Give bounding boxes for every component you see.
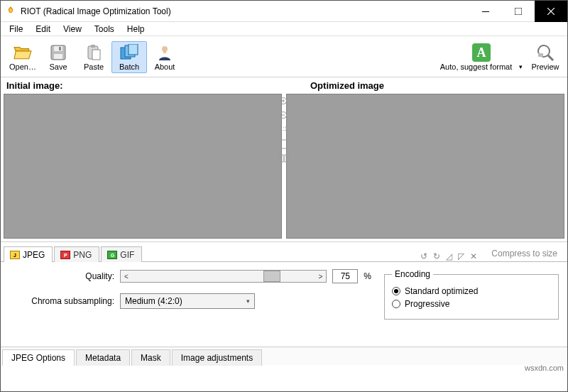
tab-image-adjustments[interactable]: Image adjustments — [172, 349, 262, 366]
slider-right-arrow-icon[interactable]: > — [315, 273, 326, 281]
open-button[interactable]: Open… — [5, 42, 40, 72]
zoom-1to1-icon[interactable]: 1:1 — [279, 125, 289, 135]
svg-point-14 — [162, 46, 168, 52]
flip-v-icon[interactable]: ◸ — [458, 251, 464, 261]
image-action-icons: ↺ ↻ ◿ ◸ ✕ — [420, 251, 484, 261]
batch-label: Batch — [119, 62, 139, 71]
slider-left-arrow-icon[interactable]: < — [121, 273, 132, 281]
fit-window-icon[interactable] — [279, 139, 289, 149]
encoding-group: Encoding Standard optimized Progressive — [384, 269, 559, 320]
quality-slider[interactable]: < > — [120, 270, 327, 283]
initial-image-header: Initial image: — [4, 79, 261, 92]
floppy-icon — [48, 43, 68, 62]
bottom-tabs: JPEG Options Metadata Mask Image adjustm… — [1, 347, 567, 365]
options-area: Quality: < > % Chroma subsampling: Mediu… — [1, 261, 567, 347]
menu-file[interactable]: File — [4, 23, 28, 36]
tab-png-label: PNG — [73, 250, 92, 260]
close-button[interactable] — [535, 1, 567, 22]
quality-label: Quality: — [8, 271, 114, 281]
svg-line-19 — [548, 55, 553, 60]
svg-rect-5 — [54, 46, 62, 51]
preview-button[interactable]: Preview — [528, 42, 563, 72]
save-button[interactable]: Save — [40, 42, 76, 72]
menu-help[interactable]: Help — [121, 23, 151, 36]
toolbar: Open… Save Paste Batch About A Auto, s — [1, 36, 567, 77]
optimized-image-header: Optimized image — [261, 79, 564, 92]
radio-off-icon — [392, 300, 400, 308]
save-label: Save — [49, 62, 67, 71]
rotate-right-icon[interactable]: ↻ — [433, 251, 440, 261]
format-tabs-row: J JPEG P PNG G GIF ↺ ↻ ◿ ◸ ✕ Compress to… — [1, 241, 567, 261]
svg-rect-20 — [538, 53, 543, 57]
menu-view[interactable]: View — [58, 23, 87, 36]
crop-icon[interactable]: ✕ — [470, 251, 477, 261]
clipboard-icon — [84, 43, 104, 62]
preview-label: Preview — [531, 62, 559, 71]
encoding-progressive-label: Progressive — [405, 299, 449, 309]
tab-jpeg-options[interactable]: JPEG Options — [2, 349, 75, 366]
tab-png[interactable]: P PNG — [54, 246, 99, 262]
svg-rect-10 — [92, 50, 100, 60]
svg-rect-9 — [91, 45, 95, 48]
magnifier-icon — [535, 43, 555, 62]
about-label: About — [155, 62, 175, 71]
svg-rect-7 — [59, 47, 61, 50]
svg-text:A: A — [477, 45, 486, 60]
chroma-value: Medium (4:2:0) — [125, 296, 182, 306]
minimize-button[interactable] — [469, 1, 502, 22]
svg-rect-29 — [280, 155, 283, 162]
encoding-legend: Encoding — [392, 269, 433, 279]
folder-open-icon — [13, 43, 33, 62]
dual-view-icon[interactable] — [279, 153, 289, 163]
svg-rect-13 — [129, 44, 138, 55]
about-button[interactable]: About — [147, 42, 182, 72]
tab-gif-label: GIF — [120, 250, 134, 260]
maximize-button[interactable] — [502, 1, 535, 22]
quality-value-input[interactable] — [332, 269, 358, 283]
batch-icon — [119, 43, 139, 62]
svg-rect-15 — [163, 51, 166, 53]
svg-rect-1 — [515, 8, 522, 15]
chroma-label: Chroma subsampling: — [8, 296, 114, 306]
watermark-text: wsxdn.com — [525, 364, 564, 372]
initial-image-panel[interactable] — [4, 94, 282, 239]
encoding-standard-radio[interactable]: Standard optimized — [392, 286, 551, 296]
auto-suggest-format-button[interactable]: A Auto, suggest format ▾ — [435, 42, 528, 72]
radio-on-icon — [392, 287, 400, 295]
tab-gif[interactable]: G GIF — [101, 246, 142, 262]
flip-h-icon[interactable]: ◿ — [446, 251, 452, 261]
svg-rect-0 — [482, 11, 489, 12]
menu-edit[interactable]: Edit — [30, 23, 56, 36]
jpeg-badge-icon: J — [10, 251, 20, 259]
person-icon — [155, 43, 175, 62]
tab-jpeg-label: JPEG — [23, 250, 45, 260]
chevron-down-icon[interactable]: ▾ — [516, 63, 523, 70]
percent-label: % — [364, 271, 371, 281]
compress-to-size-link[interactable]: Compress to size — [484, 246, 564, 261]
svg-rect-6 — [54, 54, 62, 59]
paste-label: Paste — [84, 62, 104, 71]
panel-side-tools: 1:1 — [278, 97, 290, 163]
optimized-image-panel[interactable] — [286, 94, 564, 239]
app-icon — [5, 6, 16, 17]
gif-badge-icon: G — [107, 251, 117, 259]
open-label: Open… — [9, 62, 36, 71]
rotate-left-icon[interactable]: ↺ — [420, 251, 427, 261]
menu-tools[interactable]: Tools — [89, 23, 120, 36]
window-title: RIOT (Radical Image Optimization Tool) — [21, 6, 469, 16]
titlebar: RIOT (Radical Image Optimization Tool) — [1, 1, 567, 22]
svg-rect-30 — [285, 155, 288, 162]
zoom-in-icon[interactable] — [279, 97, 289, 107]
auto-label: Auto, suggest format — [440, 62, 513, 71]
chroma-subsampling-select[interactable]: Medium (4:2:0) ▾ — [120, 293, 255, 309]
chevron-down-icon: ▾ — [246, 298, 250, 305]
zoom-out-icon[interactable] — [279, 111, 289, 121]
menubar: File Edit View Tools Help — [1, 22, 567, 36]
paste-button[interactable]: Paste — [76, 42, 111, 72]
tab-jpeg[interactable]: J JPEG — [4, 246, 53, 262]
tab-mask[interactable]: Mask — [131, 349, 170, 366]
encoding-progressive-radio[interactable]: Progressive — [392, 299, 551, 309]
batch-button[interactable]: Batch — [111, 41, 147, 73]
panel-headers: Initial image: Optimized image — [1, 77, 567, 92]
tab-metadata[interactable]: Metadata — [76, 349, 130, 366]
